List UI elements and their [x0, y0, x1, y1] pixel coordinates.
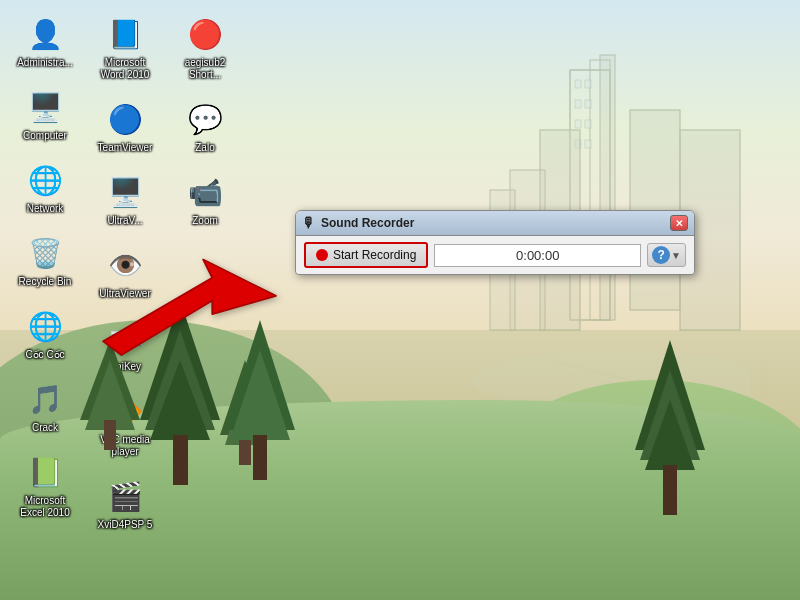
- icon-computer[interactable]: 🖥️ Computer: [10, 83, 80, 146]
- icon-word[interactable]: 📘 Microsoft Word 2010: [90, 10, 160, 85]
- excel-label: Microsoft Excel 2010: [14, 495, 76, 519]
- svg-rect-31: [173, 435, 188, 485]
- recycle-label: Recycle Bin: [19, 276, 72, 288]
- icon-zalo[interactable]: 💬 Zalo: [170, 95, 240, 158]
- svg-rect-6: [585, 100, 591, 108]
- svg-rect-21: [104, 420, 116, 450]
- word-label: Microsoft Word 2010: [94, 57, 156, 81]
- network-icon: 🌐: [25, 160, 65, 200]
- teamviewer-icon: 🔵: [105, 99, 145, 139]
- administrator-icon: 👤: [25, 14, 65, 54]
- icon-excel[interactable]: 📗 Microsoft Excel 2010: [10, 448, 80, 523]
- svg-rect-34: [253, 435, 267, 480]
- help-dropdown-arrow: ▼: [671, 250, 681, 261]
- timer-display: 0:00:00: [434, 244, 641, 267]
- administrator-label: Administra...: [17, 57, 73, 69]
- aegisub-label: aegisub2 Short...: [174, 57, 236, 81]
- svg-rect-4: [585, 80, 591, 88]
- word-icon: 📘: [105, 14, 145, 54]
- sound-recorder-title-icon: 🎙: [302, 215, 316, 231]
- desktop: 👤 Administra... 🖥️ Computer 🌐 Network 🗑️…: [0, 0, 800, 600]
- window-title-area: 🎙 Sound Recorder: [302, 215, 414, 231]
- red-arrow: [85, 215, 285, 395]
- svg-rect-10: [585, 140, 591, 148]
- ultravnc-icon: 🖥️: [105, 172, 145, 212]
- icon-coccoc[interactable]: 🌐 Cốc Cốc: [10, 302, 80, 365]
- computer-icon: 🖥️: [25, 87, 65, 127]
- window-body: Start Recording 0:00:00 ? ▼: [296, 236, 694, 274]
- start-recording-button[interactable]: Start Recording: [304, 242, 428, 268]
- svg-rect-38: [663, 465, 677, 515]
- icon-aegisub[interactable]: 🔴 aegisub2 Short...: [170, 10, 240, 85]
- svg-marker-39: [103, 260, 276, 355]
- icon-recycle[interactable]: 🗑️ Recycle Bin: [10, 229, 80, 292]
- zalo-icon: 💬: [185, 99, 225, 139]
- teamviewer-label: TeamViewer: [98, 142, 153, 154]
- icon-crack[interactable]: 🎵 Crack: [10, 375, 80, 438]
- help-icon: ?: [652, 246, 670, 264]
- icon-teamviewer[interactable]: 🔵 TeamViewer: [90, 95, 160, 158]
- svg-rect-2: [600, 55, 615, 320]
- crack-icon: 🎵: [25, 379, 65, 419]
- recycle-icon: 🗑️: [25, 233, 65, 273]
- window-titlebar: 🎙 Sound Recorder ✕: [296, 211, 694, 236]
- record-button-label: Start Recording: [333, 248, 416, 262]
- icon-network[interactable]: 🌐 Network: [10, 156, 80, 219]
- record-dot-icon: [316, 249, 328, 261]
- trees-right: [610, 340, 770, 600]
- window-title-text: Sound Recorder: [321, 216, 414, 230]
- sound-recorder-window: 🎙 Sound Recorder ✕ Start Recording 0:00:…: [295, 210, 695, 275]
- icon-administrator[interactable]: 👤 Administra...: [10, 10, 80, 73]
- crack-label: Crack: [32, 422, 58, 434]
- coccoc-label: Cốc Cốc: [25, 349, 64, 361]
- svg-rect-5: [575, 100, 581, 108]
- zoom-icon: 📹: [185, 172, 225, 212]
- zalo-label: Zalo: [195, 142, 214, 154]
- svg-rect-3: [575, 80, 581, 88]
- network-label: Network: [27, 203, 64, 215]
- aegisub-icon: 🔴: [185, 14, 225, 54]
- close-button[interactable]: ✕: [670, 215, 688, 231]
- excel-icon: 📗: [25, 452, 65, 492]
- svg-rect-7: [575, 120, 581, 128]
- coccoc-icon: 🌐: [25, 306, 65, 346]
- window-controls: ✕: [670, 215, 688, 231]
- computer-label: Computer: [23, 130, 67, 142]
- help-button[interactable]: ? ▼: [647, 243, 686, 267]
- svg-rect-8: [585, 120, 591, 128]
